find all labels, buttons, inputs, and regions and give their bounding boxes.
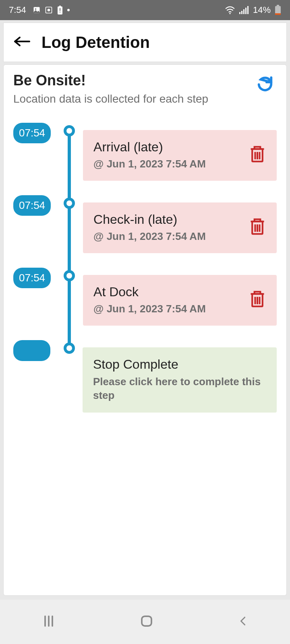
page-title: Log Detention bbox=[41, 33, 150, 52]
main-card: Be Onsite! Location data is collected fo… bbox=[3, 64, 287, 596]
step-card-atdock[interactable]: At Dock @ Jun 1, 2023 7:54 AM bbox=[83, 275, 277, 326]
timeline-step: 07:54 Check-in (late) @ Jun 1, 2023 7:54… bbox=[13, 195, 277, 253]
step-timestamp: @ Jun 1, 2023 7:54 AM bbox=[93, 303, 206, 315]
signal-icon bbox=[239, 6, 249, 14]
delete-button[interactable] bbox=[247, 215, 268, 239]
svg-rect-9 bbox=[239, 12, 240, 14]
battery-percent: 14% bbox=[253, 5, 271, 15]
step-timestamp: @ Jun 1, 2023 7:54 AM bbox=[93, 230, 206, 243]
step-prompt: Please click here to complete this step bbox=[93, 375, 268, 402]
step-card-arrival[interactable]: Arrival (late) @ Jun 1, 2023 7:54 AM bbox=[83, 130, 277, 181]
timeline-node-icon bbox=[64, 125, 75, 136]
card-header: Be Onsite! Location data is collected fo… bbox=[13, 72, 277, 107]
system-nav-bar bbox=[0, 600, 290, 644]
more-dot-icon bbox=[67, 9, 70, 11]
back-nav-button[interactable] bbox=[237, 614, 249, 630]
status-right: 14% bbox=[225, 5, 281, 15]
status-left: 7:54 bbox=[9, 5, 70, 15]
timeline-node-icon bbox=[64, 270, 75, 281]
battery-icon bbox=[275, 5, 281, 15]
svg-rect-16 bbox=[275, 13, 281, 15]
camera-box-icon bbox=[45, 6, 53, 14]
back-button[interactable] bbox=[13, 35, 31, 49]
recents-button[interactable] bbox=[41, 614, 56, 630]
step-title: Arrival (late) bbox=[93, 140, 206, 155]
svg-rect-12 bbox=[245, 8, 246, 14]
step-title: At Dock bbox=[93, 285, 206, 299]
time-pill: 07:54 bbox=[13, 268, 51, 288]
step-timestamp: @ Jun 1, 2023 7:54 AM bbox=[93, 158, 206, 170]
timeline-step: 07:54 At Dock @ Jun 1, 2023 7:54 AM bbox=[13, 268, 277, 326]
svg-rect-10 bbox=[241, 11, 242, 14]
svg-point-1 bbox=[35, 8, 36, 10]
delete-button[interactable] bbox=[247, 288, 268, 312]
step-title: Stop Complete bbox=[93, 357, 268, 372]
svg-rect-11 bbox=[243, 9, 244, 14]
battery-alert-icon bbox=[57, 6, 63, 14]
card-title: Be Onsite! bbox=[13, 72, 208, 89]
time-pill: 07:54 bbox=[13, 195, 51, 216]
step-card-stopcomplete[interactable]: Stop Complete Please click here to compl… bbox=[83, 347, 277, 413]
svg-rect-15 bbox=[277, 5, 279, 6]
time-pill: 07:54 bbox=[13, 123, 51, 143]
timeline-node-icon bbox=[64, 198, 75, 209]
timeline-node-icon bbox=[64, 343, 75, 354]
wifi-icon bbox=[225, 6, 235, 14]
svg-rect-33 bbox=[142, 616, 151, 626]
svg-point-3 bbox=[47, 9, 50, 12]
svg-rect-7 bbox=[60, 12, 60, 12]
timeline: 07:54 Arrival (late) @ Jun 1, 2023 7:54 … bbox=[13, 123, 277, 413]
step-card-checkin[interactable]: Check-in (late) @ Jun 1, 2023 7:54 AM bbox=[83, 202, 277, 253]
status-time: 7:54 bbox=[9, 5, 26, 15]
delete-button[interactable] bbox=[247, 143, 268, 167]
home-button[interactable] bbox=[139, 614, 154, 630]
step-title: Check-in (late) bbox=[93, 212, 206, 227]
refresh-button[interactable] bbox=[253, 72, 277, 97]
app-header: Log Detention bbox=[3, 23, 287, 62]
image-icon bbox=[33, 6, 41, 14]
time-pill bbox=[13, 340, 50, 361]
timeline-step: 07:54 Arrival (late) @ Jun 1, 2023 7:54 … bbox=[13, 123, 277, 181]
status-bar: 7:54 14% bbox=[0, 0, 290, 20]
card-subtitle: Location data is collected for each step bbox=[13, 91, 208, 107]
svg-rect-6 bbox=[60, 8, 60, 11]
svg-rect-5 bbox=[59, 6, 61, 7]
timeline-step: Stop Complete Please click here to compl… bbox=[13, 340, 277, 413]
svg-rect-13 bbox=[247, 6, 249, 14]
svg-point-8 bbox=[229, 13, 230, 14]
